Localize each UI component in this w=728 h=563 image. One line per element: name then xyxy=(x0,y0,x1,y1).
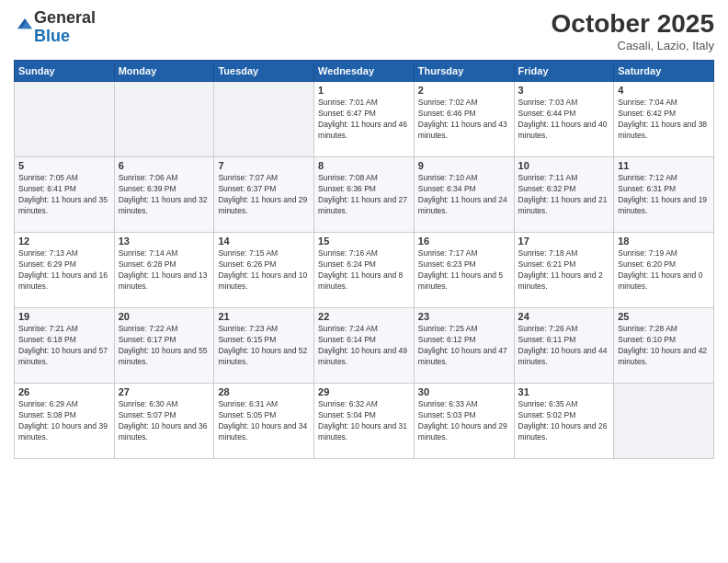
weekday-header-row: SundayMondayTuesdayWednesdayThursdayFrid… xyxy=(15,61,714,82)
day-info: Sunrise: 7:23 AM Sunset: 6:15 PM Dayligh… xyxy=(218,324,310,368)
calendar-cell: 28Sunrise: 6:31 AM Sunset: 5:05 PM Dayli… xyxy=(214,384,314,459)
calendar-cell xyxy=(15,82,115,157)
day-info: Sunrise: 7:24 AM Sunset: 6:14 PM Dayligh… xyxy=(318,324,410,368)
day-number: 3 xyxy=(518,85,610,96)
day-info: Sunrise: 7:12 AM Sunset: 6:31 PM Dayligh… xyxy=(618,173,710,217)
calendar-cell: 21Sunrise: 7:23 AM Sunset: 6:15 PM Dayli… xyxy=(214,308,314,384)
calendar-table: SundayMondayTuesdayWednesdayThursdayFrid… xyxy=(14,60,714,459)
weekday-header-saturday: Saturday xyxy=(614,61,714,82)
day-number: 24 xyxy=(518,311,610,322)
calendar-cell: 30Sunrise: 6:33 AM Sunset: 5:03 PM Dayli… xyxy=(414,384,514,459)
calendar-week-4: 19Sunrise: 7:21 AM Sunset: 6:18 PM Dayli… xyxy=(15,308,714,384)
calendar-cell: 17Sunrise: 7:18 AM Sunset: 6:21 PM Dayli… xyxy=(514,233,614,308)
day-number: 10 xyxy=(518,160,610,171)
calendar-cell: 10Sunrise: 7:11 AM Sunset: 6:32 PM Dayli… xyxy=(514,157,614,233)
day-number: 29 xyxy=(318,386,410,397)
day-info: Sunrise: 7:28 AM Sunset: 6:10 PM Dayligh… xyxy=(618,324,710,368)
day-info: Sunrise: 6:30 AM Sunset: 5:07 PM Dayligh… xyxy=(119,399,210,443)
day-number: 26 xyxy=(18,386,110,397)
header: General Blue October 2025 Casali, Lazio,… xyxy=(14,9,714,52)
calendar-cell: 31Sunrise: 6:35 AM Sunset: 5:02 PM Dayli… xyxy=(514,384,614,459)
calendar-cell xyxy=(614,384,714,459)
day-info: Sunrise: 6:35 AM Sunset: 5:02 PM Dayligh… xyxy=(518,399,610,443)
calendar-cell: 24Sunrise: 7:26 AM Sunset: 6:11 PM Dayli… xyxy=(514,308,614,384)
day-info: Sunrise: 7:05 AM Sunset: 6:41 PM Dayligh… xyxy=(18,173,110,217)
logo-general: General xyxy=(34,8,96,27)
day-number: 14 xyxy=(218,236,310,247)
day-info: Sunrise: 7:11 AM Sunset: 6:32 PM Dayligh… xyxy=(518,173,610,217)
calendar-cell: 12Sunrise: 7:13 AM Sunset: 6:29 PM Dayli… xyxy=(15,233,115,308)
day-info: Sunrise: 7:03 AM Sunset: 6:44 PM Dayligh… xyxy=(518,98,610,142)
day-info: Sunrise: 7:18 AM Sunset: 6:21 PM Dayligh… xyxy=(518,248,610,293)
calendar-cell: 20Sunrise: 7:22 AM Sunset: 6:17 PM Dayli… xyxy=(114,308,214,384)
calendar-week-2: 5Sunrise: 7:05 AM Sunset: 6:41 PM Daylig… xyxy=(15,157,714,233)
weekday-header-tuesday: Tuesday xyxy=(214,61,314,82)
calendar-cell: 5Sunrise: 7:05 AM Sunset: 6:41 PM Daylig… xyxy=(15,157,115,233)
calendar-cell: 16Sunrise: 7:17 AM Sunset: 6:23 PM Dayli… xyxy=(414,233,514,308)
day-info: Sunrise: 7:10 AM Sunset: 6:34 PM Dayligh… xyxy=(418,173,510,217)
weekday-header-friday: Friday xyxy=(514,61,614,82)
day-number: 7 xyxy=(218,160,310,171)
day-number: 25 xyxy=(618,311,710,322)
day-number: 8 xyxy=(318,160,410,171)
day-number: 6 xyxy=(119,160,210,171)
day-info: Sunrise: 6:29 AM Sunset: 5:08 PM Dayligh… xyxy=(18,399,110,443)
day-number: 22 xyxy=(318,311,410,322)
logo: General Blue xyxy=(14,9,96,46)
day-info: Sunrise: 7:14 AM Sunset: 6:28 PM Dayligh… xyxy=(119,248,210,293)
calendar-cell: 4Sunrise: 7:04 AM Sunset: 6:42 PM Daylig… xyxy=(614,82,714,157)
day-info: Sunrise: 7:21 AM Sunset: 6:18 PM Dayligh… xyxy=(18,324,110,368)
day-info: Sunrise: 7:04 AM Sunset: 6:42 PM Dayligh… xyxy=(618,98,710,142)
day-info: Sunrise: 7:25 AM Sunset: 6:12 PM Dayligh… xyxy=(418,324,510,368)
month-title: October 2025 xyxy=(552,9,714,39)
day-number: 16 xyxy=(418,236,510,247)
calendar-week-1: 1Sunrise: 7:01 AM Sunset: 6:47 PM Daylig… xyxy=(15,82,714,157)
day-number: 4 xyxy=(618,85,710,96)
day-number: 27 xyxy=(119,386,210,397)
calendar-cell: 29Sunrise: 6:32 AM Sunset: 5:04 PM Dayli… xyxy=(314,384,415,459)
day-info: Sunrise: 7:07 AM Sunset: 6:37 PM Dayligh… xyxy=(218,173,310,217)
day-number: 9 xyxy=(418,160,510,171)
day-number: 18 xyxy=(618,236,710,247)
calendar-cell: 25Sunrise: 7:28 AM Sunset: 6:10 PM Dayli… xyxy=(614,308,714,384)
day-info: Sunrise: 7:19 AM Sunset: 6:20 PM Dayligh… xyxy=(618,248,710,293)
day-info: Sunrise: 7:22 AM Sunset: 6:17 PM Dayligh… xyxy=(119,324,210,368)
calendar-cell xyxy=(114,82,214,157)
calendar-cell: 22Sunrise: 7:24 AM Sunset: 6:14 PM Dayli… xyxy=(314,308,415,384)
day-info: Sunrise: 6:33 AM Sunset: 5:03 PM Dayligh… xyxy=(418,399,510,443)
logo-icon xyxy=(16,17,34,35)
day-number: 13 xyxy=(119,236,210,247)
calendar-cell: 6Sunrise: 7:06 AM Sunset: 6:39 PM Daylig… xyxy=(114,157,214,233)
day-number: 5 xyxy=(18,160,110,171)
calendar-cell: 7Sunrise: 7:07 AM Sunset: 6:37 PM Daylig… xyxy=(214,157,314,233)
day-info: Sunrise: 7:15 AM Sunset: 6:26 PM Dayligh… xyxy=(218,248,310,293)
day-number: 12 xyxy=(18,236,110,247)
calendar-cell: 15Sunrise: 7:16 AM Sunset: 6:24 PM Dayli… xyxy=(314,233,415,308)
logo-blue: Blue xyxy=(34,27,70,45)
calendar-cell: 11Sunrise: 7:12 AM Sunset: 6:31 PM Dayli… xyxy=(614,157,714,233)
calendar-cell: 9Sunrise: 7:10 AM Sunset: 6:34 PM Daylig… xyxy=(414,157,514,233)
title-block: October 2025 Casali, Lazio, Italy xyxy=(552,9,714,52)
calendar-week-5: 26Sunrise: 6:29 AM Sunset: 5:08 PM Dayli… xyxy=(15,384,714,459)
day-number: 2 xyxy=(418,85,510,96)
calendar-cell: 27Sunrise: 6:30 AM Sunset: 5:07 PM Dayli… xyxy=(114,384,214,459)
calendar-cell: 19Sunrise: 7:21 AM Sunset: 6:18 PM Dayli… xyxy=(15,308,115,384)
day-info: Sunrise: 7:17 AM Sunset: 6:23 PM Dayligh… xyxy=(418,248,510,293)
day-number: 1 xyxy=(318,85,410,96)
day-info: Sunrise: 7:13 AM Sunset: 6:29 PM Dayligh… xyxy=(18,248,110,293)
calendar-cell: 26Sunrise: 6:29 AM Sunset: 5:08 PM Dayli… xyxy=(15,384,115,459)
page: General Blue October 2025 Casali, Lazio,… xyxy=(0,0,728,563)
day-number: 17 xyxy=(518,236,610,247)
day-info: Sunrise: 7:06 AM Sunset: 6:39 PM Dayligh… xyxy=(119,173,210,217)
calendar-week-3: 12Sunrise: 7:13 AM Sunset: 6:29 PM Dayli… xyxy=(15,233,714,308)
location-subtitle: Casali, Lazio, Italy xyxy=(552,39,714,52)
day-number: 31 xyxy=(518,386,610,397)
calendar-cell: 18Sunrise: 7:19 AM Sunset: 6:20 PM Dayli… xyxy=(614,233,714,308)
calendar-cell: 13Sunrise: 7:14 AM Sunset: 6:28 PM Dayli… xyxy=(114,233,214,308)
day-info: Sunrise: 7:26 AM Sunset: 6:11 PM Dayligh… xyxy=(518,324,610,368)
weekday-header-sunday: Sunday xyxy=(15,61,115,82)
calendar-cell xyxy=(214,82,314,157)
day-number: 15 xyxy=(318,236,410,247)
calendar-cell: 23Sunrise: 7:25 AM Sunset: 6:12 PM Dayli… xyxy=(414,308,514,384)
calendar-cell: 3Sunrise: 7:03 AM Sunset: 6:44 PM Daylig… xyxy=(514,82,614,157)
